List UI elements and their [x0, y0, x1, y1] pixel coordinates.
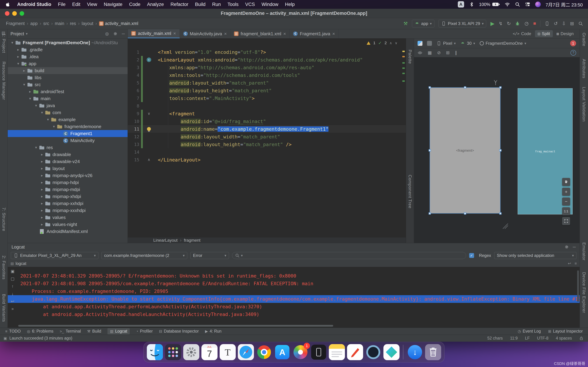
logcat-output[interactable]: ▣▢↑↓↩» 2021-07-07 23:48:01.329 28905-289… — [8, 267, 579, 328]
tree-item[interactable]: ▸layout — [8, 165, 128, 172]
breadcrumb-app[interactable]: app — [30, 21, 38, 26]
tree-item[interactable]: ▸androidTest — [8, 88, 128, 95]
apply-code-changes-icon[interactable]: ↻ — [507, 21, 511, 26]
search-everywhere-icon[interactable] — [578, 21, 583, 26]
tree-item[interactable]: ▸mipmap-anydpi-v26 — [8, 172, 128, 179]
menu-vcs[interactable]: VCS — [245, 2, 255, 7]
device-manager-icon[interactable] — [545, 21, 550, 26]
code-line[interactable]: 12 android:layout_width="match_parent" — [128, 133, 406, 141]
visibility-eye-icon[interactable] — [417, 50, 423, 55]
sync-project-icon[interactable]: ↺ — [554, 21, 558, 26]
component-tree-tab[interactable]: Component Tree — [407, 175, 413, 209]
scroll-top-icon[interactable]: ↑ — [12, 284, 14, 289]
siri-icon[interactable] — [535, 1, 541, 7]
logcat-settings-gear-icon[interactable] — [564, 245, 569, 249]
dock-textedit-icon[interactable]: T — [220, 344, 236, 360]
menu-file[interactable]: File — [58, 2, 66, 7]
dock-finder-icon[interactable] — [147, 344, 163, 360]
code-line[interactable]: 1<?xml version="1.0" encoding="utf-8"?> — [128, 48, 406, 56]
tree-item[interactable]: ▾Fragment [FragmentDemoOne]~/AndroidStu — [8, 39, 128, 46]
design-error-badge[interactable]: 1 — [570, 40, 576, 46]
code-line[interactable]: 7 tools:context=".MainActivity"> — [128, 94, 406, 102]
log-line[interactable]: at android.app.ActivityThread.handleLaun… — [20, 310, 579, 318]
left-strip-build-variants[interactable]: Build Variants — [1, 294, 6, 322]
zoom-out-button[interactable]: − — [562, 198, 570, 206]
stop-button[interactable]: ■ — [533, 21, 536, 26]
default-margins-icon[interactable]: ⊞ — [446, 50, 450, 55]
dock-system-preferences-icon[interactable] — [183, 344, 199, 360]
next-issue-icon[interactable]: ∨ — [395, 41, 398, 45]
code-line[interactable]: 9∨ <fragment — [128, 110, 406, 117]
tool-window-todo[interactable]: ≡TODO — [5, 329, 21, 334]
prev-issue-icon[interactable]: ∧ — [389, 41, 392, 45]
code-line[interactable]: 13 android:layout_height="match_parent" … — [128, 141, 406, 148]
input-source-icon[interactable]: A — [458, 1, 464, 8]
dock-dev-app-icon[interactable] — [365, 344, 381, 360]
tree-item[interactable]: ▸mipmap-hdpi — [8, 179, 128, 186]
menu-run[interactable]: Run — [212, 2, 221, 7]
apply-changes-icon[interactable]: ↯ — [499, 21, 503, 26]
tree-item[interactable]: libs — [8, 74, 128, 81]
tab-activity_main.xml[interactable]: activity_main.xml× — [128, 29, 180, 38]
menu-window[interactable]: Window — [261, 2, 278, 7]
run-config-select[interactable]: app ▾ — [412, 20, 434, 27]
design-preview-phone[interactable]: <fragment> — [430, 87, 501, 214]
tool-window-6-problems[interactable]: ◎6: Problems — [27, 329, 53, 334]
code-line[interactable]: 8 — [128, 102, 406, 110]
close-tab-icon[interactable]: × — [173, 31, 176, 36]
code-line[interactable]: 3 xmlns:app="http://schemas.android.com/… — [128, 64, 406, 71]
right-strip-emulator[interactable]: Emulator — [581, 242, 587, 261]
right-strip-attributes[interactable]: Attributes — [581, 59, 587, 78]
minimize-window-button[interactable] — [12, 11, 17, 16]
tree-item[interactable]: ▸mipmap-mdpi — [8, 186, 128, 193]
design-theme-select[interactable]: FragmentDemoOne▾ — [480, 41, 526, 46]
profile-button[interactable] — [524, 21, 529, 26]
lock-icon[interactable] — [579, 336, 583, 341]
editor-breadcrumb[interactable]: LinearLayout › fragment — [128, 237, 406, 243]
code-line[interactable]: 4 xmlns:tools="http://schemas.android.co… — [128, 71, 406, 79]
menu-android-studio[interactable]: Android Studio — [17, 2, 51, 7]
log-line[interactable]: Process: com.example.fragmentdemoone, PI… — [20, 287, 579, 295]
tool-window-layout-inspector[interactable]: ⊞Layout Inspector — [548, 329, 583, 334]
tab-MainActivity.java[interactable]: MainActivity.java× — [180, 29, 231, 38]
layout-inspector-toolbar-icon[interactable]: ⊞ — [570, 21, 574, 26]
resize-handle-icon[interactable] — [502, 222, 509, 231]
tree-item[interactable]: ▸.idea — [8, 53, 128, 60]
tool-window-4-run[interactable]: ▶4: Run — [205, 329, 222, 334]
menu-help[interactable]: Help — [285, 2, 295, 7]
debug-button[interactable] — [515, 21, 520, 26]
pause-icon[interactable]: ▢ — [11, 276, 15, 281]
tool-window-logcat[interactable]: ▥Logcat — [107, 328, 130, 334]
right-strip-layout-validation[interactable]: Layout Validation — [581, 87, 587, 122]
align-constraints-icon[interactable]: ∥ — [455, 50, 457, 55]
breadcrumb-layout[interactable]: layout — [82, 21, 94, 26]
tool-window-profiler[interactable]: ◔Profiler — [136, 329, 153, 334]
mode-split[interactable]: ◫Split — [535, 30, 553, 37]
design-help-icon[interactable]: ? — [571, 50, 576, 56]
menu-refactor[interactable]: Refactor — [171, 2, 188, 7]
dock-annotate-icon[interactable] — [347, 344, 363, 360]
tool-window-terminal[interactable]: >_Terminal — [60, 329, 81, 334]
close-window-button[interactable] — [5, 11, 9, 16]
dock-chrome-icon[interactable] — [256, 344, 272, 360]
tree-item[interactable]: ▸.gradle — [8, 46, 128, 53]
menu-build[interactable]: Build — [195, 2, 206, 7]
menu-tools[interactable]: Tools — [227, 2, 239, 7]
spotlight-icon[interactable] — [515, 2, 520, 7]
run-button[interactable]: ▶ — [490, 20, 494, 26]
tab-fragment_blank1.xml[interactable]: fragment_blank1.xml× — [231, 29, 290, 38]
logcat-minimize-icon[interactable]: ─ — [573, 244, 576, 249]
regex-checkbox[interactable]: ✓ — [469, 253, 474, 258]
tree-item[interactable]: ▸drawable-v24 — [8, 158, 128, 165]
log-options-icon[interactable]: ≡ — [575, 261, 577, 266]
dock-launchpad-icon[interactable] — [165, 344, 181, 360]
logcat-app-filter-select[interactable]: Show only selected application ▾ — [494, 252, 576, 259]
wifi-icon[interactable] — [505, 2, 510, 7]
status-lf[interactable]: LF — [525, 336, 530, 341]
menu-analyze[interactable]: Analyze — [147, 2, 164, 7]
dock-dark-utility-icon[interactable] — [311, 344, 327, 360]
left-strip-1-project[interactable]: 1: Project — [1, 33, 6, 53]
tool-window-build[interactable]: ⚒Build — [87, 329, 101, 334]
breadcrumb-src[interactable]: src — [43, 21, 49, 26]
inspections-widget[interactable]: 1 ✓ 2 ∧ ∨ — [367, 41, 398, 45]
